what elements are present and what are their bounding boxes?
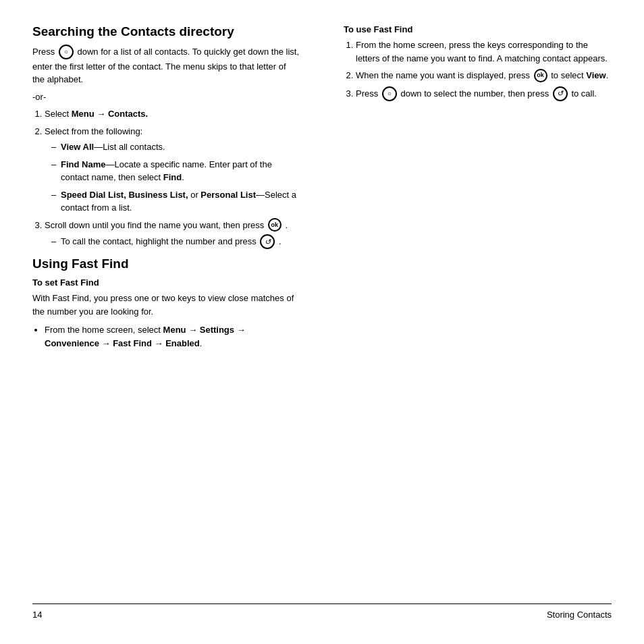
to-use-fast-find-heading: To use Fast Find xyxy=(344,24,612,34)
sub-item-view-all: View All—List all contacts. xyxy=(51,140,300,154)
footer-section-title: Storing Contacts xyxy=(547,610,612,620)
sub-list: View All—List all contacts. Find Name—Lo… xyxy=(51,140,300,215)
personal-list-bold: Personal List xyxy=(200,190,256,200)
content-area: Searching the Contacts directory Press ○… xyxy=(32,24,612,603)
main-steps-list: Select Menu → Contacts. Select from the … xyxy=(45,107,300,250)
fast-find-bullet: From the home screen, select Menu → Sett… xyxy=(45,323,300,350)
press-label: Press xyxy=(32,47,55,57)
right-column: To use Fast Find From the home screen, p… xyxy=(333,24,612,603)
call-icon-2: ↺ xyxy=(553,86,568,101)
right-steps-list: From the home screen, press the keys cor… xyxy=(356,38,612,102)
step3-sub: To call the contact, highlight the numbe… xyxy=(51,235,300,250)
speed-dial-bold: Speed Dial List, Business List, xyxy=(61,190,188,200)
view-bold: View xyxy=(586,70,606,80)
view-all-bold: View All xyxy=(61,142,94,152)
footer: 14 Storing Contacts xyxy=(32,603,612,620)
find-bold: Find xyxy=(163,172,182,182)
step1-bold: Menu → Contacts. xyxy=(72,109,148,119)
left-column: Searching the Contacts directory Press ○… xyxy=(32,24,311,603)
sub-item-speed-dial: Speed Dial List, Business List, or Perso… xyxy=(51,188,300,215)
intro-paragraph: Press ○ down for a list of all contacts.… xyxy=(32,45,300,86)
nav-down-icon-2: ○ xyxy=(382,86,397,101)
step-2: Select from the following: View All—List… xyxy=(45,125,300,215)
fast-find-path-bold: Menu → Settings → Convenience → Fast Fin… xyxy=(45,325,246,348)
ok-icon-2: ok xyxy=(534,69,547,82)
page-number: 14 xyxy=(32,610,42,620)
call-icon: ↺ xyxy=(260,234,275,249)
right-step-2: When the name you want is displayed, pre… xyxy=(356,69,612,83)
find-name-bold: Find Name xyxy=(61,159,105,169)
step3-sub-call: To call the contact, highlight the numbe… xyxy=(51,235,300,250)
step-1: Select Menu → Contacts. xyxy=(45,107,300,121)
right-step1-text: From the home screen, press the keys cor… xyxy=(356,40,608,63)
nav-down-icon: ○ xyxy=(59,45,74,59)
fast-find-bullet-list: From the home screen, select Menu → Sett… xyxy=(45,323,300,350)
using-fast-find-heading: Using Fast Find xyxy=(32,257,300,272)
step-3: Scroll down until you find the name you … xyxy=(45,219,300,250)
left-heading: Searching the Contacts directory xyxy=(32,24,300,40)
to-set-fast-find-heading: To set Fast Find xyxy=(32,277,300,288)
right-step-3: Press ○ down to select the number, then … xyxy=(356,87,612,102)
right-step-1: From the home screen, press the keys cor… xyxy=(356,38,612,65)
set-fast-find-intro: With Fast Find, you press one or two key… xyxy=(32,292,300,318)
page: Searching the Contacts directory Press ○… xyxy=(0,0,644,644)
sub-item-find-name: Find Name—Locate a specific name. Enter … xyxy=(51,158,300,184)
or-text: -or- xyxy=(32,90,300,104)
ok-icon: ok xyxy=(268,218,281,232)
